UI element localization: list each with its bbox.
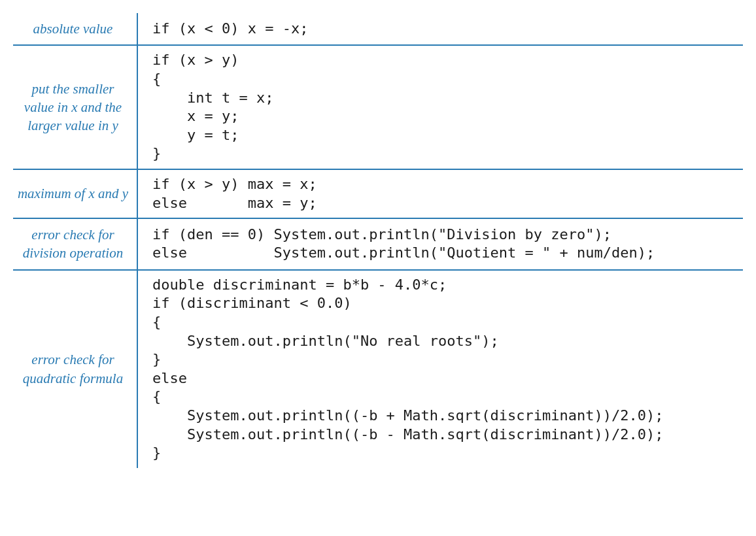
code-snippet: if (den == 0) System.out.println("Divisi… xyxy=(152,226,736,263)
table-row: put the smaller value in x and the large… xyxy=(13,45,743,169)
code-examples-table: absolute value if (x < 0) x = -x; put th… xyxy=(13,13,743,468)
table-row: maximum of x and y if (x > y) max = x; e… xyxy=(13,169,743,218)
code-snippet: if (x > y) { int t = x; x = y; y = t; } xyxy=(152,51,736,163)
row-code-cell: if (den == 0) System.out.println("Divisi… xyxy=(137,218,743,270)
row-code-cell: if (x < 0) x = -x; xyxy=(137,13,743,45)
row-label: error check for quadratic formula xyxy=(13,270,137,468)
table-row: absolute value if (x < 0) x = -x; xyxy=(13,13,743,45)
row-code-cell: double discriminant = b*b - 4.0*c; if (d… xyxy=(137,270,743,468)
row-code-cell: if (x > y) max = x; else max = y; xyxy=(137,169,743,218)
row-label: absolute value xyxy=(13,13,137,45)
code-snippet: double discriminant = b*b - 4.0*c; if (d… xyxy=(152,276,736,463)
row-label: put the smaller value in x and the large… xyxy=(13,45,137,169)
row-label: maximum of x and y xyxy=(13,169,137,218)
table-row: error check for division operation if (d… xyxy=(13,218,743,270)
row-label: error check for division operation xyxy=(13,218,137,270)
code-snippet: if (x > y) max = x; else max = y; xyxy=(152,175,736,212)
code-snippet: if (x < 0) x = -x; xyxy=(152,20,736,39)
table-row: error check for quadratic formula double… xyxy=(13,270,743,468)
row-code-cell: if (x > y) { int t = x; x = y; y = t; } xyxy=(137,45,743,169)
